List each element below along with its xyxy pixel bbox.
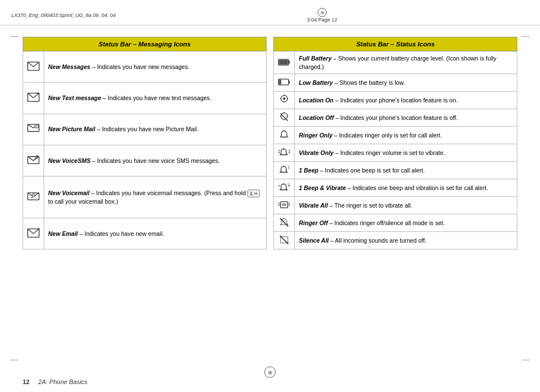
status-row: Location Off – Indicates your phone's lo… (274, 109, 517, 127)
status-icon-cell (274, 214, 295, 232)
status-table-title: Status Bar – Status Icons (274, 37, 517, 51)
svg-line-35 (278, 150, 280, 152)
bottom-compass-icon: ⊕ (264, 367, 276, 378)
status-icon-cell (274, 51, 295, 74)
messaging-desc-cell: New VoiceSMS – Indicates you have new vo… (44, 145, 267, 176)
svg-point-26 (281, 113, 287, 119)
svg-rect-19 (279, 80, 281, 84)
footer-page: 12 (23, 378, 29, 385)
status-icon-cell (274, 232, 295, 249)
status-icon-cell (274, 197, 295, 214)
svg-line-38 (289, 152, 290, 153)
corner-mark-br: — (522, 355, 530, 364)
status-row: Location On – Indicates your phone's loc… (274, 92, 517, 109)
svg-text:1: 1 (288, 166, 290, 170)
svg-rect-18 (289, 81, 290, 84)
status-desc-cell: Vibrate Only – Indicates ringer volume i… (295, 144, 517, 162)
messaging-row: New Text message – Indicates you have ne… (23, 83, 267, 114)
messaging-desc-cell: New Messages – Indicates you have new me… (44, 51, 267, 83)
header-center: ⊕ 3:04 Page 12 (307, 8, 337, 23)
svg-line-36 (289, 150, 290, 152)
status-row: 11 Beep & Vibrate – Indicates one beep a… (274, 179, 517, 197)
main-content: Status Bar – Messaging Icons New Message… (0, 37, 540, 249)
footer-section: 2A. Phone Basics (38, 378, 88, 385)
top-header: LX370_Eng_090403:Sprint_UG_8a 09. 04. 04… (0, 6, 540, 25)
messaging-icon-cell (23, 145, 44, 176)
messaging-row: New Email – Indicates you have new email… (23, 218, 267, 249)
header-left: LX370_Eng_090403:Sprint_UG_8a 09. 04. 04 (11, 12, 115, 18)
status-desc-cell: Location Off – Indicates your phone's lo… (295, 109, 517, 127)
messaging-desc-cell: New Voicemail – Indicates you have voice… (44, 176, 267, 218)
status-icon-cell (274, 144, 295, 162)
status-desc-cell: 1 Beep – Indicates one beep is set for c… (295, 162, 517, 179)
status-row: Silence All – All incoming sounds are tu… (274, 232, 517, 249)
messaging-icon-cell (23, 176, 44, 218)
svg-line-47 (289, 203, 290, 204)
corner-mark-tr: — (522, 31, 530, 40)
status-table: Status Bar – Status Icons Full Battery –… (273, 37, 517, 249)
svg-text:1: 1 (288, 183, 290, 187)
messaging-table: Status Bar – Messaging Icons New Message… (23, 37, 267, 249)
svg-line-46 (278, 203, 280, 204)
messaging-row: New Voicemail – Indicates you have voice… (23, 176, 267, 218)
svg-line-53 (280, 218, 289, 227)
status-desc-cell: 1 Beep & Vibrate – Indicates one beep an… (295, 179, 517, 197)
kbd-box: 1 ›› (247, 189, 260, 198)
header-time: 3:04 Page 12 (307, 17, 337, 23)
svg-rect-16 (279, 59, 288, 64)
status-icon-cell (274, 109, 295, 127)
messaging-icon-cell (23, 218, 44, 249)
status-desc-cell: Ringer Only – Indicates ringer only is s… (295, 127, 517, 144)
svg-point-25 (283, 98, 285, 100)
status-row: 11 Beep – Indicates one beep is set for … (274, 162, 517, 179)
status-row: Low Battery – Shows the battery is low. (274, 74, 517, 92)
messaging-table-title: Status Bar – Messaging Icons (23, 37, 267, 51)
status-row: Vibrate All – The ringer is set to vibra… (274, 197, 517, 214)
status-icon-cell: 1 (274, 162, 295, 179)
messaging-desc-cell: New Email – Indicates you have new email… (44, 218, 267, 249)
status-desc-cell: Full Battery – Shows your current batter… (295, 51, 517, 74)
status-row: Ringer Only – Indicates ringer only is s… (274, 127, 517, 144)
messaging-row: New VoiceSMS – Indicates you have new vo… (23, 145, 267, 176)
messaging-desc-cell: New Text message – Indicates you have ne… (44, 83, 267, 114)
status-icon-cell: 1 (274, 179, 295, 197)
svg-line-10 (31, 197, 32, 199)
svg-rect-9 (32, 193, 35, 196)
messaging-desc-cell: New Picture Mail – Indicates you have ne… (44, 114, 267, 145)
status-desc-cell: Ringer Off – Indicates ringer off/silenc… (295, 214, 517, 232)
svg-line-37 (278, 152, 280, 153)
messaging-row: New Picture Mail – Indicates you have ne… (23, 114, 267, 145)
status-desc-cell: Location On – Indicates your phone's loc… (295, 92, 517, 109)
compass-icon: ⊕ (318, 8, 327, 17)
status-desc-cell: Vibrate All – The ringer is set to vibra… (295, 197, 517, 214)
status-icon-cell (274, 92, 295, 109)
status-row: Vibrate Only – Indicates ringer volume i… (274, 144, 517, 162)
messaging-icon-cell (23, 51, 44, 83)
messaging-row: New Messages – Indicates you have new me… (23, 51, 267, 83)
status-desc-cell: Silence All – All incoming sounds are tu… (295, 232, 517, 249)
svg-line-48 (278, 205, 280, 206)
status-row: Ringer Off – Indicates ringer off/silenc… (274, 214, 517, 232)
messaging-icon-cell (23, 83, 44, 114)
page-wrapper: LX370_Eng_090403:Sprint_UG_8a 09. 04. 04… (0, 0, 540, 392)
svg-line-42 (278, 186, 280, 187)
center-compass: ⊕ (264, 367, 276, 378)
svg-rect-15 (289, 61, 290, 63)
corner-mark-bl: — (10, 355, 18, 364)
footer: 12 2A. Phone Basics (23, 378, 87, 385)
status-icon-cell (274, 74, 295, 92)
status-row: Full Battery – Shows your current batter… (274, 51, 517, 74)
messaging-icon-cell (23, 114, 44, 145)
svg-point-6 (36, 156, 38, 158)
svg-line-49 (289, 205, 290, 206)
svg-rect-4 (35, 125, 38, 128)
status-desc-cell: Low Battery – Shows the battery is low. (295, 74, 517, 92)
corner-mark-tl: — (10, 31, 18, 40)
status-icon-cell (274, 127, 295, 144)
